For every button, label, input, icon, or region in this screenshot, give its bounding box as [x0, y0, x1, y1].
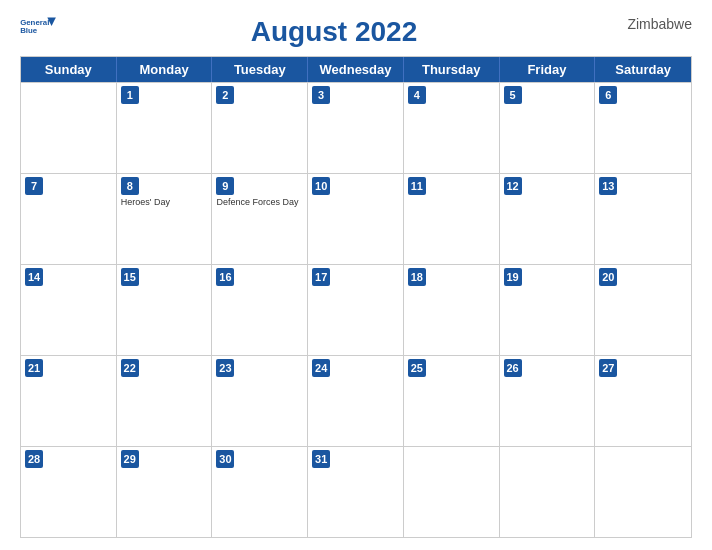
day-cell — [595, 447, 691, 537]
day-cell: 10 — [308, 174, 404, 264]
day-number: 8 — [121, 177, 139, 195]
day-cell: 12 — [500, 174, 596, 264]
day-number: 14 — [25, 268, 43, 286]
day-number: 3 — [312, 86, 330, 104]
day-cell: 30 — [212, 447, 308, 537]
day-cell: 13 — [595, 174, 691, 264]
week-row-4: 21222324252627 — [21, 355, 691, 446]
day-cell — [21, 83, 117, 173]
day-cell: 24 — [308, 356, 404, 446]
weeks-container: 12345678Heroes' Day9Defence Forces Day10… — [21, 82, 691, 537]
day-number: 28 — [25, 450, 43, 468]
day-cell: 21 — [21, 356, 117, 446]
day-number: 7 — [25, 177, 43, 195]
week-row-3: 14151617181920 — [21, 264, 691, 355]
svg-text:Blue: Blue — [20, 26, 38, 35]
svg-text:General: General — [20, 18, 49, 27]
day-number: 1 — [121, 86, 139, 104]
week-row-5: 28293031 — [21, 446, 691, 537]
day-cell: 15 — [117, 265, 213, 355]
generalblue-logo-icon: General Blue — [20, 16, 56, 36]
day-number: 19 — [504, 268, 522, 286]
day-cell: 1 — [117, 83, 213, 173]
day-number: 27 — [599, 359, 617, 377]
day-number: 12 — [504, 177, 522, 195]
day-number: 31 — [312, 450, 330, 468]
title-area: August 2022 — [56, 16, 612, 48]
day-cell: 18 — [404, 265, 500, 355]
week-row-2: 78Heroes' Day9Defence Forces Day10111213 — [21, 173, 691, 264]
day-number: 15 — [121, 268, 139, 286]
day-number: 4 — [408, 86, 426, 104]
day-number: 25 — [408, 359, 426, 377]
day-number — [408, 450, 426, 468]
day-number: 30 — [216, 450, 234, 468]
day-cell: 8Heroes' Day — [117, 174, 213, 264]
day-number — [599, 450, 617, 468]
day-cell: 14 — [21, 265, 117, 355]
day-cell: 28 — [21, 447, 117, 537]
day-cell: 7 — [21, 174, 117, 264]
day-header-saturday: Saturday — [595, 57, 691, 82]
day-cell: 31 — [308, 447, 404, 537]
day-number: 11 — [408, 177, 426, 195]
day-cell: 25 — [404, 356, 500, 446]
day-cell: 29 — [117, 447, 213, 537]
day-number: 29 — [121, 450, 139, 468]
day-header-tuesday: Tuesday — [212, 57, 308, 82]
day-number: 17 — [312, 268, 330, 286]
day-cell: 4 — [404, 83, 500, 173]
day-cell: 11 — [404, 174, 500, 264]
day-cell: 27 — [595, 356, 691, 446]
logo: General Blue — [20, 16, 56, 36]
day-number: 2 — [216, 86, 234, 104]
day-number: 20 — [599, 268, 617, 286]
day-number: 13 — [599, 177, 617, 195]
calendar: SundayMondayTuesdayWednesdayThursdayFrid… — [20, 56, 692, 538]
day-cell — [404, 447, 500, 537]
day-cell: 17 — [308, 265, 404, 355]
day-headers-row: SundayMondayTuesdayWednesdayThursdayFrid… — [21, 57, 691, 82]
day-number: 16 — [216, 268, 234, 286]
day-cell: 9Defence Forces Day — [212, 174, 308, 264]
day-number: 5 — [504, 86, 522, 104]
day-number: 22 — [121, 359, 139, 377]
day-number — [25, 86, 43, 104]
day-cell: 22 — [117, 356, 213, 446]
day-number: 21 — [25, 359, 43, 377]
header: General Blue August 2022 Zimbabwe — [20, 16, 692, 48]
day-header-sunday: Sunday — [21, 57, 117, 82]
day-number: 9 — [216, 177, 234, 195]
day-cell: 19 — [500, 265, 596, 355]
event-label: Heroes' Day — [121, 197, 208, 209]
event-label: Defence Forces Day — [216, 197, 303, 209]
day-cell: 23 — [212, 356, 308, 446]
day-cell: 2 — [212, 83, 308, 173]
day-cell — [500, 447, 596, 537]
day-number: 26 — [504, 359, 522, 377]
day-cell: 5 — [500, 83, 596, 173]
day-number: 23 — [216, 359, 234, 377]
day-header-friday: Friday — [500, 57, 596, 82]
day-cell: 26 — [500, 356, 596, 446]
calendar-title: August 2022 — [56, 16, 612, 48]
day-header-wednesday: Wednesday — [308, 57, 404, 82]
week-row-1: 123456 — [21, 82, 691, 173]
day-cell: 16 — [212, 265, 308, 355]
country-label: Zimbabwe — [612, 16, 692, 32]
day-cell: 6 — [595, 83, 691, 173]
day-header-thursday: Thursday — [404, 57, 500, 82]
day-cell: 3 — [308, 83, 404, 173]
day-number: 24 — [312, 359, 330, 377]
day-number — [504, 450, 522, 468]
day-header-monday: Monday — [117, 57, 213, 82]
page: General Blue August 2022 Zimbabwe Sunday… — [0, 0, 712, 550]
day-cell: 20 — [595, 265, 691, 355]
day-number: 6 — [599, 86, 617, 104]
day-number: 10 — [312, 177, 330, 195]
day-number: 18 — [408, 268, 426, 286]
